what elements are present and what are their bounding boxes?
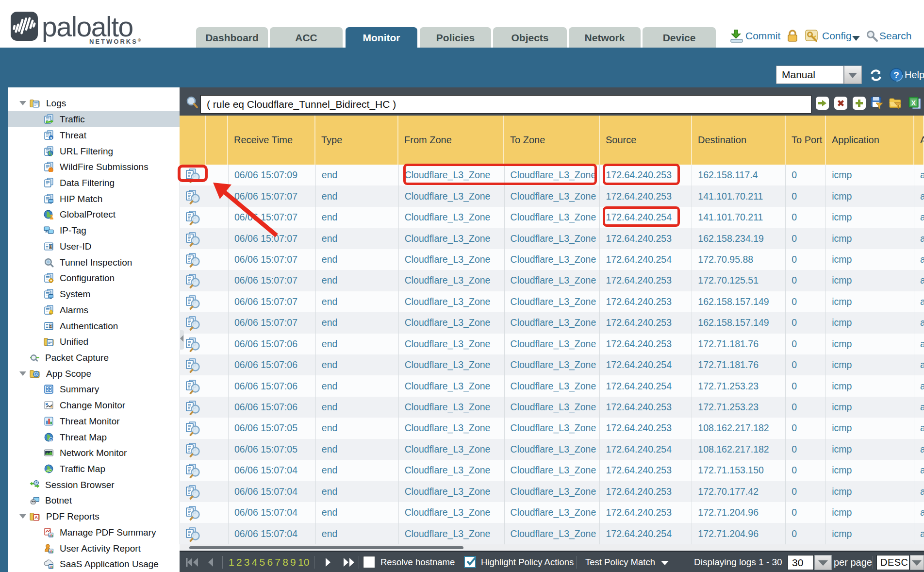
svg-text:X: X <box>911 99 916 107</box>
svg-text:A: A <box>34 515 38 520</box>
svg-text:x: x <box>50 135 52 140</box>
svg-text:x: x <box>50 437 52 442</box>
svg-text:?: ? <box>893 70 899 80</box>
